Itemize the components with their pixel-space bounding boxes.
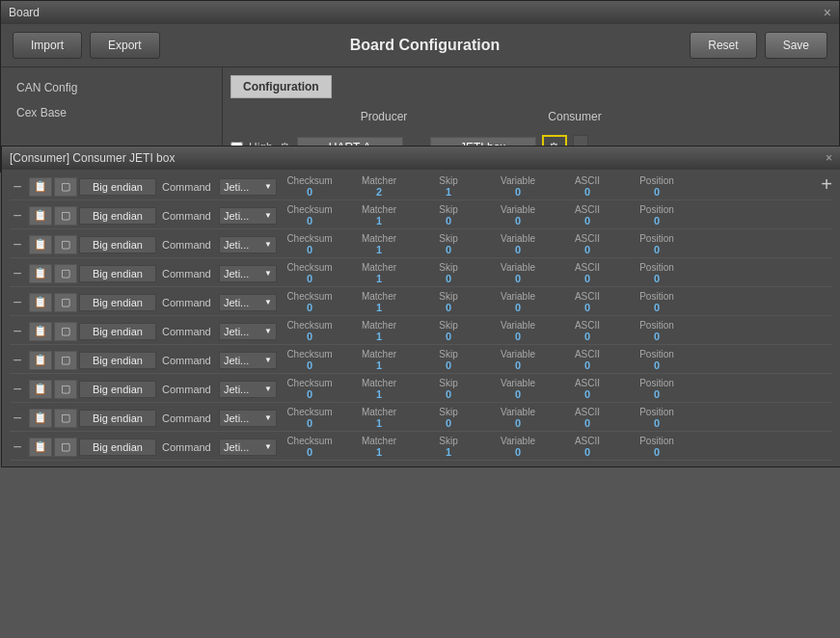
ascii-value[interactable]: 0 — [562, 215, 612, 226]
dropdown-selector[interactable]: Jeti... ▼ — [219, 439, 277, 456]
dropdown-selector[interactable]: Jeti... ▼ — [219, 410, 277, 427]
position-value[interactable]: 0 — [632, 273, 682, 284]
checksum-value[interactable]: 0 — [285, 215, 335, 226]
edit-icon[interactable]: 📋 — [29, 264, 52, 283]
remove-row-button[interactable]: − — [10, 207, 25, 225]
position-value[interactable]: 0 — [632, 215, 682, 226]
position-value[interactable]: 0 — [632, 244, 682, 255]
endian-selector[interactable]: Big endian — [79, 352, 156, 369]
export-button[interactable]: Export — [90, 32, 160, 59]
ascii-value[interactable]: 0 — [562, 331, 612, 342]
edit-icon[interactable]: 📋 — [29, 206, 52, 226]
variable-value[interactable]: 0 — [493, 331, 543, 342]
matcher-value[interactable]: 1 — [354, 388, 404, 400]
matcher-value[interactable]: 1 — [354, 273, 404, 284]
checksum-value[interactable]: 0 — [285, 417, 335, 429]
matcher-value[interactable]: 1 — [354, 417, 404, 429]
edit-icon[interactable]: 📋 — [29, 409, 52, 428]
edit-icon[interactable]: 📋 — [29, 380, 52, 399]
import-button[interactable]: Import — [13, 32, 82, 59]
position-value[interactable]: 0 — [632, 302, 682, 313]
reset-button[interactable]: Reset — [690, 32, 756, 59]
remove-row-button[interactable]: − — [10, 294, 25, 311]
checksum-value[interactable]: 0 — [285, 388, 335, 400]
variable-value[interactable]: 0 — [493, 273, 543, 284]
endian-selector[interactable]: Big endian — [79, 410, 156, 427]
dropdown-selector[interactable]: Jeti... ▼ — [219, 352, 277, 369]
variable-value[interactable]: 0 — [493, 186, 543, 198]
remove-row-button[interactable]: − — [10, 381, 25, 398]
variable-value[interactable]: 0 — [493, 446, 543, 458]
endian-selector[interactable]: Big endian — [79, 381, 156, 398]
skip-value[interactable]: 1 — [423, 186, 474, 198]
checksum-value[interactable]: 0 — [285, 244, 335, 255]
tab-configuration[interactable]: Configuration — [230, 75, 332, 98]
consumer-close-icon[interactable]: × — [826, 151, 832, 165]
endian-selector[interactable]: Big endian — [79, 265, 156, 282]
remove-row-button[interactable]: − — [10, 178, 25, 196]
skip-value[interactable]: 1 — [423, 446, 474, 458]
copy-icon[interactable]: ▢ — [54, 264, 77, 283]
checksum-value[interactable]: 0 — [285, 273, 335, 284]
save-button[interactable]: Save — [765, 32, 827, 59]
copy-icon[interactable]: ▢ — [54, 322, 77, 341]
skip-value[interactable]: 0 — [423, 302, 474, 313]
skip-value[interactable]: 0 — [423, 215, 474, 226]
edit-icon[interactable]: 📋 — [29, 235, 52, 254]
ascii-value[interactable]: 0 — [562, 388, 612, 400]
copy-icon[interactable]: ▢ — [54, 235, 77, 254]
endian-selector[interactable]: Big endian — [79, 236, 156, 253]
close-icon[interactable]: × — [824, 5, 831, 20]
variable-value[interactable]: 0 — [493, 215, 543, 226]
dropdown-selector[interactable]: Jeti... ▼ — [219, 381, 277, 398]
remove-row-button[interactable]: − — [10, 352, 25, 369]
copy-icon[interactable]: ▢ — [54, 409, 77, 428]
checksum-value[interactable]: 0 — [285, 186, 335, 198]
position-value[interactable]: 0 — [632, 186, 682, 198]
endian-selector[interactable]: Big endian — [79, 294, 156, 311]
matcher-value[interactable]: 1 — [354, 359, 404, 371]
edit-icon[interactable]: 📋 — [29, 177, 52, 197]
skip-value[interactable]: 0 — [423, 244, 474, 255]
checksum-value[interactable]: 0 — [285, 331, 335, 342]
dropdown-selector[interactable]: Jeti... ▼ — [219, 265, 277, 282]
ascii-value[interactable]: 0 — [562, 302, 612, 313]
dropdown-selector[interactable]: Jeti... ▼ — [219, 236, 277, 253]
dropdown-selector[interactable]: Jeti... ▼ — [219, 323, 277, 340]
matcher-value[interactable]: 1 — [354, 244, 404, 255]
ascii-value[interactable]: 0 — [562, 417, 612, 429]
variable-value[interactable]: 0 — [493, 302, 543, 313]
matcher-value[interactable]: 1 — [354, 215, 404, 226]
edit-icon[interactable]: 📋 — [29, 322, 52, 341]
variable-value[interactable]: 0 — [493, 244, 543, 255]
variable-value[interactable]: 0 — [493, 417, 543, 429]
checksum-value[interactable]: 0 — [285, 446, 335, 458]
remove-row-button[interactable]: − — [10, 323, 25, 340]
matcher-value[interactable]: 1 — [354, 331, 404, 342]
copy-icon[interactable]: ▢ — [54, 380, 77, 399]
endian-selector[interactable]: Big endian — [79, 323, 156, 340]
add-row-button[interactable]: + — [821, 173, 832, 196]
checksum-value[interactable]: 0 — [285, 359, 335, 371]
remove-row-button[interactable]: − — [10, 236, 25, 253]
skip-value[interactable]: 0 — [423, 359, 474, 371]
copy-icon[interactable]: ▢ — [54, 177, 77, 197]
sidebar-item-can-config[interactable]: CAN Config — [1, 75, 222, 100]
position-value[interactable]: 0 — [632, 359, 682, 371]
endian-selector[interactable]: Big endian — [79, 178, 156, 196]
skip-value[interactable]: 0 — [423, 331, 474, 342]
checksum-value[interactable]: 0 — [285, 302, 335, 313]
variable-value[interactable]: 0 — [493, 359, 543, 371]
position-value[interactable]: 0 — [632, 388, 682, 400]
copy-icon[interactable]: ▢ — [54, 351, 77, 370]
dropdown-selector[interactable]: Jeti... ▼ — [219, 294, 277, 311]
dropdown-selector[interactable]: Jeti... ▼ — [219, 178, 277, 196]
skip-value[interactable]: 0 — [423, 417, 474, 429]
ascii-value[interactable]: 0 — [562, 446, 612, 458]
remove-row-button[interactable]: − — [10, 439, 25, 456]
sidebar-item-cex-base[interactable]: Cex Base — [1, 100, 222, 125]
variable-value[interactable]: 0 — [493, 388, 543, 400]
dropdown-selector[interactable]: Jeti... ▼ — [219, 207, 277, 225]
ascii-value[interactable]: 0 — [562, 244, 612, 255]
skip-value[interactable]: 0 — [423, 388, 474, 400]
